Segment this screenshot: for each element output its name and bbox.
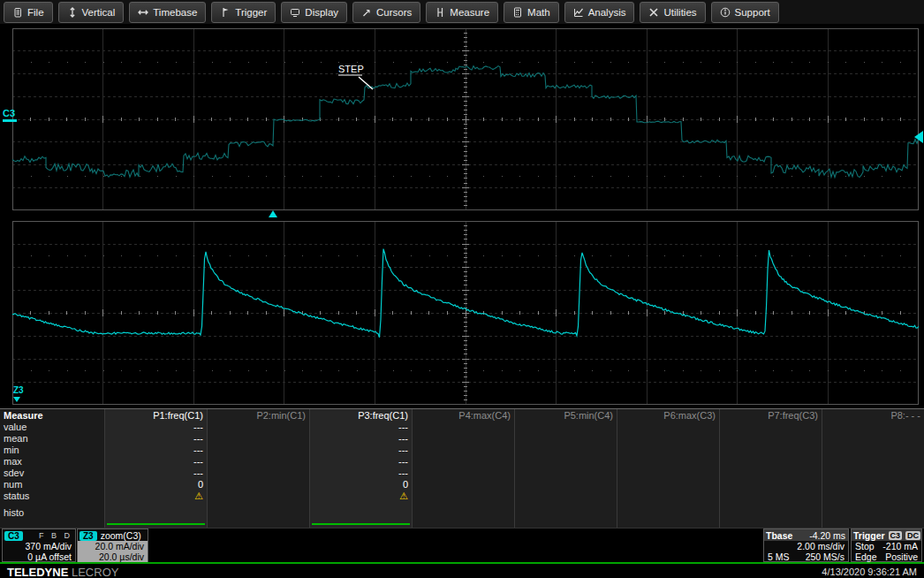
- measure-cell-status: ⚠: [109, 491, 203, 502]
- measure-cell-status: [211, 491, 306, 502]
- step-annotation-label: STEP: [338, 64, 364, 74]
- menu-button-label: Display: [305, 7, 338, 18]
- menu-button-math[interactable]: Math: [504, 2, 559, 23]
- menu-button-label: Support: [735, 7, 770, 18]
- measure-cell-min: [416, 445, 511, 456]
- trigger-type: Edge: [855, 551, 877, 562]
- measure-column-p5[interactable]: P5:min(C4): [514, 409, 617, 528]
- measure-cell-min: [621, 445, 716, 456]
- menu-button-label: Trigger: [235, 7, 267, 18]
- trigger-time-marker-icon[interactable]: [269, 210, 277, 217]
- menu-button-utilities[interactable]: Utilities: [640, 2, 705, 23]
- measure-column-header[interactable]: P7:freq(C3): [723, 409, 818, 422]
- measure-column-header[interactable]: P2:min(C1): [211, 409, 306, 422]
- trigger-source-badge: C3: [889, 531, 903, 540]
- measure-column-p6[interactable]: P6:max(C3): [617, 409, 719, 528]
- menu-button-analysis[interactable]: Analysis: [564, 2, 635, 23]
- menu-button-timebase[interactable]: Timebase: [129, 2, 206, 23]
- measure-cell-histo: [314, 507, 408, 519]
- measure-cell-max: ---: [314, 456, 408, 468]
- z3-label: Z3: [13, 385, 24, 395]
- measure-cell-sdev: [826, 468, 920, 479]
- measure-cell-min: [723, 445, 818, 456]
- menu-button-label: Timebase: [153, 7, 197, 18]
- measure-cell-mean: [723, 433, 818, 445]
- measure-column-header[interactable]: P1:freq(C1): [109, 409, 203, 422]
- z3-title: zoom(C3): [101, 530, 141, 541]
- measure-cell-min: [211, 445, 306, 456]
- timebase-tile[interactable]: Tbase -4.20 ms 2.00 ms/div 5 MS 250 MS/s: [763, 529, 849, 562]
- measure-cell-status: [621, 491, 716, 502]
- zoom-z3-position-marker[interactable]: Z3: [13, 386, 24, 402]
- teledyne-lecroy-logo: TELEDYNE LECROY: [7, 566, 118, 578]
- oscilloscope-screen: FileVerticalTimebaseTriggerDisplayCursor…: [0, 0, 924, 578]
- measure-cell-histo: [416, 507, 511, 519]
- menu-button-label: Analysis: [588, 7, 626, 18]
- measure-cell-histo: [519, 507, 613, 519]
- measure-column-p8[interactable]: P8:- - -: [822, 409, 924, 528]
- tbase-label: Tbase: [766, 530, 792, 541]
- measure-column-p2[interactable]: P2:min(C1): [207, 409, 309, 528]
- z3-channel-badge: Z3: [80, 531, 97, 541]
- trigger-flag-icon: [220, 7, 231, 18]
- measure-column-p1[interactable]: P1:freq(C1)---------------0⚠: [104, 409, 207, 528]
- measure-column-p3[interactable]: P3:freq(C1)---------------0⚠: [309, 409, 412, 528]
- trigger-level-marker-icon[interactable]: [914, 131, 923, 143]
- measure-cell-num: [621, 479, 716, 491]
- zoom-z3-tile[interactable]: Z3 zoom(C3) 20.0 mA/div 20.0 µs/div: [77, 529, 148, 562]
- measure-cell-num: 0: [109, 479, 203, 491]
- measure-cell-max: [621, 456, 716, 468]
- measure-cell-value: [416, 422, 511, 433]
- channel-c3-tile[interactable]: C3 F B D 370 mA/div 0 µA offset: [2, 529, 76, 562]
- utilities-tools-icon: [648, 7, 659, 18]
- menu-button-measure[interactable]: Measure: [426, 2, 498, 23]
- measure-column-p7[interactable]: P7:freq(C3): [719, 409, 822, 528]
- tbase-sample-rate: 250 MS/s: [806, 551, 844, 562]
- math-calculator-icon: [512, 7, 523, 18]
- measure-row-label-mean: mean: [4, 433, 104, 445]
- measure-cell-histo: [723, 507, 818, 519]
- measure-cell-min: [826, 445, 920, 456]
- measure-column-header[interactable]: P5:min(C4): [519, 409, 613, 422]
- menu-button-display[interactable]: Display: [281, 2, 347, 23]
- trigger-label: Trigger: [853, 530, 885, 541]
- support-info-icon: [720, 7, 731, 18]
- measure-cell-mean: [416, 433, 511, 445]
- trigger-slope: Positive: [885, 551, 918, 562]
- warning-icon: ⚠: [194, 491, 203, 501]
- zoom-waveform-grid[interactable]: [12, 221, 919, 405]
- menu-button-label: Utilities: [663, 7, 696, 18]
- z3-arrow-icon: [13, 397, 20, 402]
- measure-cell-sdev: [621, 468, 716, 479]
- menu-button-cursors[interactable]: Cursors: [352, 2, 420, 23]
- menu-button-file[interactable]: File: [4, 2, 53, 23]
- measure-column-p4[interactable]: P4:max(C4): [412, 409, 514, 528]
- measure-cell-max: [211, 456, 306, 468]
- tbase-time-per-div: 2.00 ms/div: [764, 541, 848, 551]
- analysis-chart-icon: [573, 7, 584, 18]
- measure-row-labels: Measure valuemeanminmaxsdevnumstatushist…: [0, 409, 104, 528]
- menu-button-vertical[interactable]: Vertical: [58, 2, 125, 23]
- measure-cell-max: [723, 456, 818, 468]
- menu-button-trigger[interactable]: Trigger: [211, 2, 276, 23]
- measure-column-header[interactable]: P8:- - -: [826, 409, 920, 422]
- menu-button-label: Math: [527, 7, 550, 18]
- measure-cell-histo: [826, 507, 920, 519]
- measure-cell-max: [519, 456, 613, 468]
- measure-column-header[interactable]: P3:freq(C1): [314, 409, 408, 422]
- trigger-mode: Stop: [855, 541, 875, 551]
- menu-button-label: File: [27, 7, 44, 18]
- menu-button-support[interactable]: Support: [711, 2, 779, 23]
- measure-cell-value: [519, 422, 613, 433]
- channel-c3-level-marker[interactable]: C3: [3, 108, 17, 122]
- measure-cell-value: ---: [109, 422, 203, 433]
- trigger-tile[interactable]: Trigger C3 DC Stop -210 mA Edge Positive: [851, 529, 922, 562]
- measure-column-header[interactable]: P4:max(C4): [416, 409, 511, 422]
- measure-cell-histo: [109, 507, 203, 519]
- top-waveform-grid[interactable]: STEP: [12, 28, 919, 210]
- brand-bar: TELEDYNE LECROY 4/13/2020 9:36:21 AM: [0, 564, 924, 578]
- measure-column-header[interactable]: P6:max(C3): [621, 409, 716, 422]
- measure-cell-sdev: ---: [109, 468, 203, 479]
- menu-button-label: Measure: [450, 7, 489, 18]
- measure-cell-max: ---: [109, 456, 203, 468]
